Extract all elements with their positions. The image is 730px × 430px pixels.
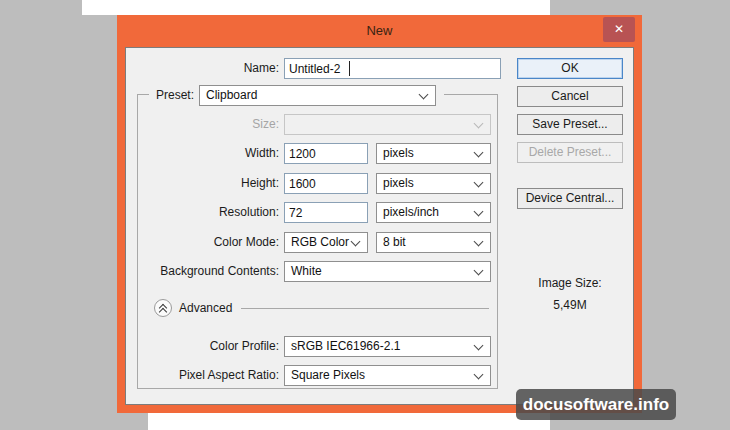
chevron-down-icon [474,266,484,276]
chevron-down-icon [474,207,484,217]
image-size-label: Image Size: [517,276,623,290]
preset-label: Preset: [126,85,194,106]
size-select [284,114,491,135]
pixel-aspect-ratio-select[interactable]: Square Pixels [284,365,491,386]
height-unit-value: pixels [383,176,414,190]
width-unit-value: pixels [383,146,414,160]
device-central-button[interactable]: Device Central... [517,188,623,209]
dialog-titlebar[interactable]: New [117,15,642,47]
image-size-value: 5,49M [517,298,623,312]
resolution-unit-select[interactable]: pixels/inch [376,202,491,223]
chevron-down-icon [474,237,484,247]
resolution-label: Resolution: [126,202,279,223]
resolution-input[interactable] [284,202,368,223]
chevron-down-icon [474,370,484,380]
background-page-top [82,0,550,15]
watermark: docusoftware.info [516,389,676,420]
cancel-button[interactable]: Cancel [517,86,623,107]
preset-value: Clipboard [206,88,257,102]
width-unit-select[interactable]: pixels [376,143,491,164]
bit-depth-select[interactable]: 8 bit [376,232,491,253]
ok-button[interactable]: OK [517,58,623,79]
size-label: Size: [126,114,279,135]
height-input[interactable] [284,173,368,194]
dialog-body: Name: Preset: Clipboard Size: Width: pix… [125,47,634,405]
bit-depth-value: 8 bit [383,235,406,249]
chevron-down-icon [419,90,429,100]
close-icon: ✕ [614,22,624,36]
text-caret [349,61,350,76]
background-page-bottom [148,413,550,430]
preset-select[interactable]: Clipboard [199,85,436,106]
color-mode-select[interactable]: RGB Color [284,232,368,253]
advanced-divider [241,308,489,309]
advanced-toggle-button[interactable] [154,299,172,317]
chevron-down-icon [474,148,484,158]
groupbox-stub-right [444,94,498,95]
delete-preset-button: Delete Preset... [517,142,623,163]
width-input[interactable] [284,143,368,164]
color-mode-value: RGB Color [291,235,349,249]
dialog-title: New [366,23,392,38]
name-input[interactable] [284,58,501,79]
chevron-down-icon [351,237,361,247]
chevron-down-icon [474,178,484,188]
background-contents-value: White [291,264,322,278]
color-profile-select[interactable]: sRGB IEC61966-2.1 [284,336,491,357]
pixel-aspect-ratio-label: Pixel Aspect Ratio: [126,365,279,386]
color-mode-label: Color Mode: [126,232,279,253]
height-unit-select[interactable]: pixels [376,173,491,194]
advanced-label: Advanced [179,299,232,317]
background-contents-label: Background Contents: [126,261,279,282]
save-preset-button[interactable]: Save Preset... [517,114,623,135]
background-contents-select[interactable]: White [284,261,491,282]
width-label: Width: [126,143,279,164]
color-profile-label: Color Profile: [126,336,279,357]
screen: New ✕ Name: Preset: Clipboard Size: [0,0,730,430]
new-document-dialog: New ✕ Name: Preset: Clipboard Size: [117,15,642,413]
chevron-down-icon [474,341,484,351]
name-label: Name: [126,58,279,79]
chevron-down-icon [474,119,484,129]
pixel-aspect-ratio-value: Square Pixels [291,368,365,382]
resolution-unit-value: pixels/inch [383,205,439,219]
color-profile-value: sRGB IEC61966-2.1 [291,339,400,353]
height-label: Height: [126,173,279,194]
close-button[interactable]: ✕ [603,17,635,42]
